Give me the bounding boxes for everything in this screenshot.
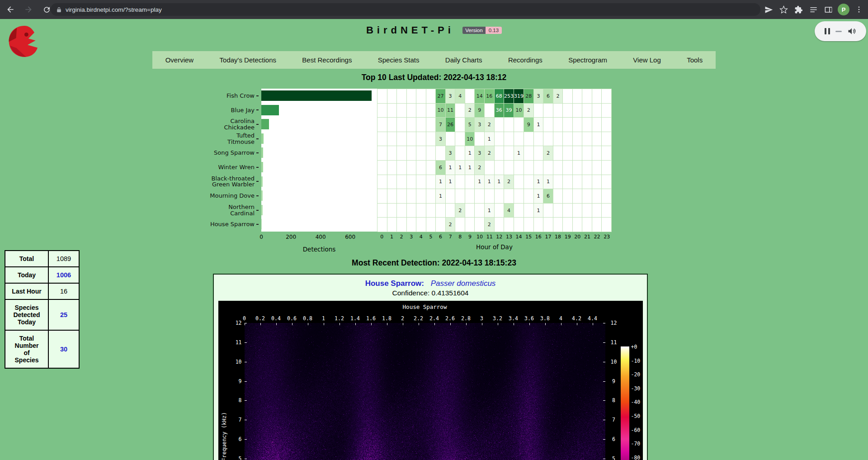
spectrogram-time-tick: 3.6 [524,315,534,322]
colorbar-tick-label: -30 [631,385,641,392]
heatmap-cell [602,175,612,190]
chart-species-label-row: Carolina Chickadee [190,117,259,132]
heatmap-cell [524,132,534,147]
heatmap-cell [573,146,583,161]
heatmap-cell [602,161,612,175]
heatmap-cell [397,104,407,118]
heatmap-cell [387,104,397,118]
heatmap-cell [602,89,612,104]
nav-item-view-log[interactable]: View Log [628,56,665,64]
profile-avatar[interactable]: P [838,4,849,15]
axis-tick-label: 2 [396,234,406,240]
stats-value[interactable]: 1006 [48,267,79,283]
heatmap-cell [602,189,612,204]
nav-menu: OverviewToday's DetectionsBest Recording… [152,51,716,69]
volume-button[interactable] [847,27,856,36]
axis-tick-label: 15 [524,234,533,240]
heatmap-cell [426,118,436,132]
nav-item-today-s-detections[interactable]: Today's Detections [215,56,281,64]
chart-bar-row [261,217,377,232]
heatmap-cell [553,204,563,218]
heatmap-cell [485,161,495,175]
spectrogram-freq-tick-left: 10 [230,359,242,365]
axis-tick-label: 1 [387,234,397,240]
extensions-button[interactable] [793,4,804,15]
reading-list-button[interactable] [808,4,819,15]
stats-value[interactable]: 30 [48,330,79,368]
hour-heatmap: 2734141668253319283621011293639102726532… [377,89,612,232]
chart-bar [261,90,372,101]
heatmap-cell [377,189,387,204]
heatmap-cell [514,189,524,204]
stats-value[interactable]: 25 [48,299,79,330]
heatmap-cell: 1 [436,175,446,190]
stats-label: Last Hour [5,283,48,299]
seek-bar[interactable] [835,31,842,32]
heatmap-cell [407,189,417,204]
heatmap-cell [465,189,475,204]
heatmap-cell [553,189,563,204]
heatmap-cell [602,218,612,232]
axis-tick-label: 5 [426,234,436,240]
bookmark-button[interactable] [778,4,789,15]
detection-confidence: Confidence: 0.41351604 [214,289,647,297]
recent-detection-panel: House Sparrow: Passer domesticus Confide… [213,274,648,460]
heatmap-cell [602,204,612,218]
heatmap-cell [495,204,505,218]
chart-species-label-row: Song Sparrow [190,146,259,160]
heatmap-cell [426,189,436,204]
back-button[interactable] [3,2,18,17]
nav-item-overview[interactable]: Overview [161,56,198,64]
chart-bar [261,190,263,201]
heatmap-cell: 28 [524,89,534,104]
chart-species-label: Mourning Dove [210,193,255,199]
heatmap-cell [573,218,583,232]
heatmap-cell [416,118,426,132]
share-button[interactable] [763,4,774,15]
url-text: virginia.birdnetpi.com/?stream=play [66,6,162,13]
heatmap-cell [582,175,592,190]
heatmap-cell [436,218,446,232]
heatmap-cell: 2 [553,89,563,104]
pause-button[interactable] [825,28,830,34]
nav-item-species-stats[interactable]: Species Stats [373,56,424,64]
heatmap-cell: 2 [465,104,475,118]
nav-item-recordings[interactable]: Recordings [504,56,547,64]
axis-tick-label: 10 [475,234,485,240]
chart-bar [261,105,279,115]
axis-tick-mark [256,124,259,125]
heatmap-cell [377,118,387,132]
detection-common-name[interactable]: House Sparrow: [365,279,424,288]
heatmap-cell [426,175,436,190]
heatmap-cell: 68 [495,89,505,104]
detection-species-line: House Sparrow: Passer domesticus [214,279,647,288]
nav-item-daily-charts[interactable]: Daily Charts [441,56,487,64]
heatmap-cell [553,218,563,232]
heatmap-cell: 1 [465,146,475,161]
heatmap-cell [416,175,426,190]
side-panel-button[interactable] [823,4,834,15]
colorbar-tick-label: -40 [631,399,641,405]
heatmap-cell [504,161,514,175]
spectrogram-time-tick: 3.2 [493,315,502,322]
nav-item-tools[interactable]: Tools [682,56,707,64]
heatmap-cell [397,218,407,232]
axis-tick-label: 6 [436,234,446,240]
axis-tick-label: 3 [406,234,416,240]
heatmap-cell: 1 [485,132,495,147]
menu-button[interactable] [854,4,864,15]
address-bar[interactable]: virginia.birdnetpi.com/?stream=play [51,3,760,16]
heatmap-cell: 11 [446,104,456,118]
spectrogram-time-tick: 1.8 [382,315,392,322]
heatmap-cell: 5 [465,118,475,132]
chart-bar [261,176,263,187]
recent-detection-heading: Most Recent Detection: 2022-04-13 18:15:… [0,258,868,268]
nav-item-best-recordings[interactable]: Best Recordings [297,56,356,64]
colorbar-tick-label: -20 [631,371,641,378]
heatmap-cell [514,175,524,190]
spectrogram-time-tick: 0.8 [303,315,312,322]
forward-button[interactable] [21,2,36,17]
heatmap-cell [387,175,397,190]
nav-item-spectrogram[interactable]: Spectrogram [564,56,612,64]
heatmap-cell [416,204,426,218]
